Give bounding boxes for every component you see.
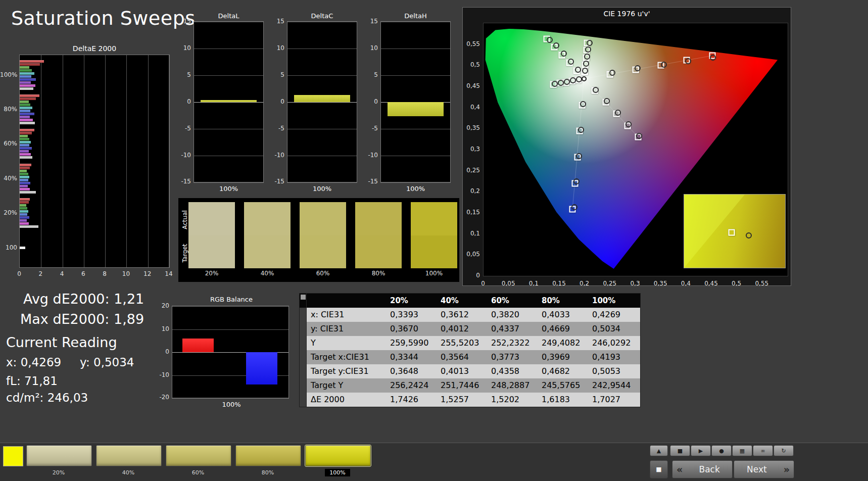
- x-tick-label: 0,2: [574, 279, 595, 287]
- target-row-label: Target: [181, 235, 188, 271]
- back-button[interactable]: « Back: [672, 460, 733, 478]
- delta-e-bar: [20, 78, 36, 81]
- x-tick-label: 0,55: [752, 279, 772, 287]
- y-tick-label: 20: [158, 302, 169, 310]
- next-chevron-icon: »: [780, 464, 794, 475]
- measured-marker: [609, 70, 615, 76]
- delta-e-bar: [20, 69, 32, 72]
- inset-measured-marker: [746, 232, 752, 238]
- cie-diagram-panel: CIE 1976 u'v' 00,050,10,150,20,250,30,35…: [462, 7, 791, 286]
- transport-pattern-button[interactable]: ▦: [732, 445, 752, 456]
- delta-h-chart: DeltaH 100% 151050-5-10-15: [365, 10, 452, 198]
- saturation-patch-button-60[interactable]: [166, 445, 231, 466]
- delta-e-bar: [20, 247, 25, 249]
- delta-e-bar: [20, 84, 35, 87]
- table-cell: 1,7027: [590, 393, 640, 407]
- delta-e-bar: [20, 219, 27, 222]
- transport-play-button[interactable]: ▶: [691, 445, 711, 456]
- delta-e-bar: [20, 207, 27, 210]
- value-bar-blue: [246, 352, 277, 384]
- table-cell: 0,3820: [489, 308, 539, 322]
- rgb-balance-title: RGB Balance: [172, 296, 291, 303]
- actual-swatch: [300, 202, 346, 235]
- saturation-patch-label: 80%: [259, 469, 277, 476]
- measured-marker: [564, 79, 570, 85]
- table-cell: 0,4193: [590, 350, 640, 364]
- transport-continuous-button[interactable]: ∞: [753, 445, 773, 456]
- collapse-button[interactable]: ▲: [650, 445, 668, 456]
- x-tick-label: 0,1: [523, 279, 544, 287]
- table-cell: 0,4013: [438, 364, 489, 378]
- saturation-patch-button-100[interactable]: [305, 445, 371, 466]
- y-tick-label: 100: [0, 244, 17, 252]
- row-handle: [300, 322, 307, 336]
- delta-e-bar: [20, 191, 36, 194]
- row-label: Target x:CIE31: [307, 350, 388, 364]
- saturation-patch-button-40[interactable]: [96, 445, 162, 466]
- transport-refresh-button[interactable]: ↻: [774, 445, 794, 456]
- target-swatch: [244, 235, 291, 269]
- stop-square-button[interactable]: ■: [650, 460, 668, 478]
- y-tick-label: 15: [178, 17, 191, 25]
- y-tick-label: 0,15: [463, 208, 480, 216]
- y-tick-label: 0: [365, 98, 378, 106]
- delta-e-2000-plot: [19, 55, 170, 268]
- measurement-table: 20%40%60%80%100%x: CIE310,33930,36120,38…: [299, 293, 641, 407]
- x-tick-label: 12: [142, 270, 153, 278]
- y-tick-label: 5: [365, 71, 378, 79]
- table-header-cell: 40%: [438, 294, 489, 308]
- measured-marker: [585, 46, 591, 53]
- gridline: [172, 329, 288, 330]
- measured-marker: [553, 42, 559, 49]
- row-label: x: CIE31: [307, 308, 388, 322]
- x-tick-label: 0,5: [727, 279, 747, 287]
- cie-zoom-inset: [684, 194, 786, 268]
- delta-h-plot: [380, 21, 451, 183]
- bottom-toolbar: « Back Next » 20%40%60%80%100%▲■■▶●▦∞↻: [0, 443, 868, 481]
- current-reading-label: Current Reading: [6, 334, 117, 350]
- target-swatch: [188, 235, 235, 269]
- y-tick-label: -10: [178, 151, 191, 159]
- delta-e-bar: [20, 222, 29, 225]
- saturation-patch-label-wrap: 80%: [235, 467, 300, 476]
- swatch-level-label: 80%: [355, 270, 402, 277]
- table-cell: 256,2424: [388, 378, 438, 393]
- delta-e-bar: [20, 75, 31, 78]
- y-tick-label: 0,25: [463, 166, 480, 174]
- target-swatch: [355, 235, 402, 269]
- table-row: x: CIE310,33930,36120,38200,40330,4269: [300, 308, 640, 322]
- avg-de2000-value: Avg dE2000: 1,21: [23, 291, 144, 307]
- delta-c-chart-title: DeltaC: [287, 12, 357, 20]
- y-tick-label: -15: [178, 177, 191, 185]
- measured-marker: [571, 204, 577, 210]
- saturation-patch-button-80[interactable]: [235, 445, 301, 466]
- delta-e-bar: [20, 170, 27, 172]
- table-cell: 249,4082: [539, 336, 590, 350]
- saturation-patch-label: 20%: [50, 469, 68, 476]
- measured-marker: [547, 37, 553, 43]
- next-button[interactable]: Next »: [734, 460, 794, 478]
- table-cell: 0,4358: [489, 364, 539, 378]
- saturation-patch-button-20[interactable]: [26, 445, 92, 466]
- gridline: [194, 156, 263, 156]
- table-cell: 0,4682: [539, 364, 590, 378]
- gridline: [194, 22, 263, 22]
- gridline: [63, 55, 63, 267]
- transport-record-button[interactable]: ●: [711, 445, 732, 456]
- delta-c-plot: [287, 21, 357, 183]
- table-header-label: [307, 294, 388, 308]
- transport-stop-button[interactable]: ■: [670, 445, 690, 456]
- y-tick-label: 0,1: [463, 229, 480, 237]
- delta-e-bar: [20, 156, 32, 159]
- measured-marker: [575, 67, 581, 73]
- row-label: y: CIE31: [307, 322, 388, 336]
- x-tick-label: 10: [121, 270, 131, 278]
- y-tick-label: 0,5: [463, 61, 480, 69]
- table-cell: 0,3670: [388, 322, 438, 336]
- y-tick-label: 0,35: [463, 124, 480, 132]
- back-chevron-icon: «: [672, 464, 687, 475]
- saturation-patch-label: 60%: [189, 469, 207, 476]
- delta-l-chart: DeltaL 100% 151050-5-10-15: [178, 10, 265, 198]
- gridline: [41, 55, 41, 267]
- swatch-level-label: 40%: [244, 270, 291, 277]
